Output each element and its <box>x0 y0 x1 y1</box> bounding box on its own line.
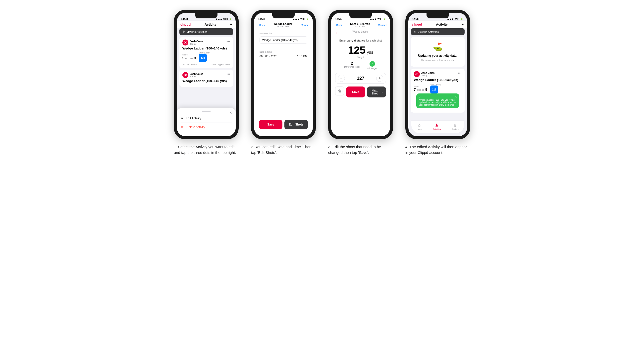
outof-4: OUT OF <box>417 89 424 91</box>
shot-nav-center: Shot 6, 125 yds Score 7/9 <box>350 22 370 28</box>
success-banner: ✕ ✓ "Wedge Ladder (100–140 yds)" was upd… <box>416 93 459 108</box>
bottom-sheet-1: ✕ ✏ Edit Activity 🗑 Delete Activity <box>177 108 236 136</box>
nav-center-label: Wedge Ladder <box>352 30 368 35</box>
status-time-1: 14:38 <box>181 17 188 20</box>
date-day: 06 <box>260 55 262 58</box>
difference-val: 2 <box>344 61 360 66</box>
nav-title-1: Activity <box>204 23 216 26</box>
yds-unit: yds <box>367 50 373 55</box>
score-val-1: 9 <box>182 56 184 60</box>
user-date-1: Today <box>190 43 203 45</box>
score-label: Score 7/9 <box>350 25 370 28</box>
user-name-4: Josh Coles <box>421 72 434 74</box>
capture-label: Capture <box>452 128 458 130</box>
yds-display: 125 yds <box>348 45 373 55</box>
avatar-4: JC <box>414 71 420 77</box>
viewing-label-1: Viewing Activities <box>186 30 207 33</box>
caption-2: 2. You can edit Date and Time. Then tap … <box>251 144 316 155</box>
menu-icon-1[interactable]: ≡ <box>230 22 232 26</box>
updating-state: ⛳ Updating your activity data. This may … <box>411 37 464 67</box>
phone-frame-3: 14:39 ▲▲▲ WiFi 🔋 ‹ Back Shot 6, 125 yds … <box>328 10 393 139</box>
stat-quality-4: Shot Quality 118 <box>430 83 441 93</box>
cancel-button-3[interactable]: Cancel <box>378 24 386 27</box>
viewing-bar-1: ⚙ Viewing Activities <box>180 28 233 35</box>
phone-frame-2: 14:38 ▲▲▲ WiFi 🔋 ‹ Back Wedge Ladder 06 … <box>251 10 316 139</box>
viewing-bar-4: ⚙ Viewing Activities <box>411 28 464 35</box>
date-year: 2023 <box>271 55 277 58</box>
phone-notch-3 <box>349 13 372 18</box>
back-button-2[interactable]: ‹ Back <box>258 24 265 27</box>
phone-notch-1 <box>195 13 218 18</box>
phone-frame-1: 14:38 ▲▲▲ WiFi 🔋 clippd Activity ≡ ⚙ <box>174 10 239 139</box>
phone-notch-4 <box>426 13 449 18</box>
phone-screen-2: 14:38 ▲▲▲ WiFi 🔋 ‹ Back Wedge Ladder 06 … <box>254 13 313 136</box>
activities-label: Activities <box>433 128 441 130</box>
increment-button[interactable]: + <box>376 75 383 82</box>
card-header-1: JC Josh Coles Today ••• <box>182 39 230 45</box>
user-info-1: JC Josh Coles Today <box>182 39 203 45</box>
practice-title-label: Practice Title <box>260 32 307 35</box>
cancel-button-2[interactable]: Cancel <box>301 24 309 27</box>
yds-value: 125 <box>348 45 366 55</box>
prev-shot-arrow[interactable]: ← <box>335 30 339 35</box>
difference-label: Difference (yds) <box>344 66 360 68</box>
card-title-4: Wedge Ladder (100–140 yds) <box>414 78 462 82</box>
dots-menu-4[interactable]: ••• <box>458 71 462 75</box>
phones-row: 14:38 ▲▲▲ WiFi 🔋 clippd Activity ≡ ⚙ <box>172 10 472 155</box>
shot-input-row: − 127 + <box>335 73 386 84</box>
edit-icon: ✏ <box>181 117 184 120</box>
sheet-close-button[interactable]: ✕ <box>229 111 232 115</box>
nav-tab-activities[interactable]: ♟ Activities <box>433 123 441 130</box>
success-close-button[interactable]: ✕ <box>455 95 457 98</box>
target-label: Target <box>357 56 364 59</box>
next-shot-button[interactable]: Next Shot → <box>367 86 386 97</box>
next-shot-label: Next Shot <box>370 89 380 95</box>
decrement-button[interactable]: − <box>338 75 345 82</box>
delete-label: Delete Activity <box>186 125 205 129</box>
dots-menu-2[interactable]: ••• <box>226 72 230 76</box>
save-button-2[interactable]: Save <box>259 120 282 129</box>
user-info-4: JC Josh Coles Today <box>414 71 434 77</box>
card-header-4: JC Josh Coles Today ••• <box>414 71 462 77</box>
shot-input-val: 127 <box>347 76 374 81</box>
stat-score-1: Score 9 OUT OF 9 <box>182 54 196 60</box>
practice-title-input[interactable] <box>260 36 307 44</box>
btn-row-2: Save Edit Shots <box>256 120 310 129</box>
shot-metrics: 2 Difference (yds) ✓ Hit Target <box>344 61 377 70</box>
shot-instruction: Enter carry distance for each shot <box>340 39 382 42</box>
nav-tab-capture[interactable]: ⊕ Capture <box>452 123 458 130</box>
delete-shot-button[interactable]: 🗑 <box>335 86 344 95</box>
phone-column-1: 14:38 ▲▲▲ WiFi 🔋 clippd Activity ≡ ⚙ <box>172 10 241 155</box>
nav-bar-4: clippd Activity ≡ <box>408 21 467 28</box>
user-date-2: Today <box>190 75 203 78</box>
avatar-2: JC <box>182 72 188 78</box>
date-time-row: 06 / 03 / 2023 1:13 PM <box>260 55 307 58</box>
phone-column-2: 14:38 ▲▲▲ WiFi 🔋 ‹ Back Wedge Ladder 06 … <box>248 10 318 155</box>
hit-target-label: Hit Target <box>368 67 377 70</box>
status-time-3: 14:39 <box>335 17 342 20</box>
next-shot-arrow[interactable]: → <box>382 30 386 35</box>
capture-icon: ⊕ <box>454 123 456 128</box>
back-button-3[interactable]: ‹ Back <box>335 24 342 27</box>
dots-menu-1[interactable]: ••• <box>226 39 230 43</box>
caption-1: 1. Select the Activity you want to edit … <box>174 144 239 155</box>
avatar-1: JC <box>182 39 188 45</box>
delete-icon: 🗑 <box>181 125 184 129</box>
edit-shots-button[interactable]: Edit Shots <box>284 120 308 129</box>
card-stats-4: Score 7 OUT OF 9 Shot Quality 118 <box>414 83 462 93</box>
status-icons-4: ▲▲▲ WiFi 🔋 <box>447 18 463 20</box>
card-header-2: JC Josh Coles Today ••• <box>182 72 230 78</box>
score-val-4: 7 <box>414 87 416 91</box>
save-shot-button[interactable]: Save <box>346 86 365 97</box>
home-label: Home <box>417 128 422 130</box>
nav-tab-home[interactable]: ⌂ Home <box>417 123 422 130</box>
edit-activity-item[interactable]: ✏ Edit Activity <box>181 114 232 123</box>
user-date-4: Today <box>421 74 434 77</box>
nav-bar-1: clippd Activity ≡ <box>177 21 236 28</box>
status-icons-2: ▲▲▲ WiFi 🔋 <box>293 18 309 20</box>
delete-activity-item[interactable]: 🗑 Delete Activity <box>181 123 232 131</box>
shots-val-1: 9 <box>194 56 196 60</box>
menu-icon-4[interactable]: ≡ <box>462 22 464 26</box>
nav-bar-2: ‹ Back Wedge Ladder 06 Mar 2023 Cancel <box>254 21 313 30</box>
phone-screen-1: 14:38 ▲▲▲ WiFi 🔋 clippd Activity ≡ ⚙ <box>177 13 236 136</box>
